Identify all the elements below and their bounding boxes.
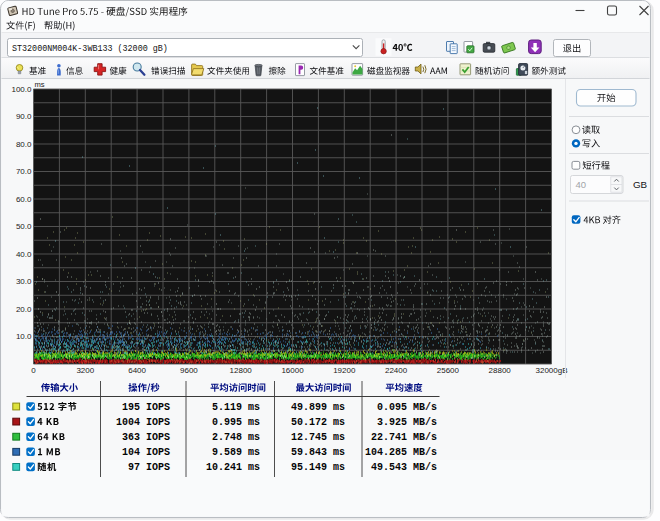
svg-text:1004 IOPS: 1004 IOPS — [116, 417, 170, 428]
svg-text:12800: 12800 — [230, 366, 253, 375]
svg-text:59.843 ms: 59.843 ms — [291, 447, 345, 458]
svg-text:3.925 MB/s: 3.925 MB/s — [377, 417, 437, 428]
svg-text:16000: 16000 — [281, 366, 304, 375]
svg-text:104 IOPS: 104 IOPS — [122, 447, 170, 458]
svg-text:22400: 22400 — [385, 366, 408, 375]
svg-text:50.172 ms: 50.172 ms — [291, 417, 345, 428]
svg-text:22.741 MB/s: 22.741 MB/s — [371, 432, 437, 443]
svg-text:ms: ms — [35, 80, 45, 89]
svg-text:90.0: 90.0 — [16, 112, 32, 121]
svg-text:0.995 ms: 0.995 ms — [212, 417, 260, 428]
svg-text:2.748 ms: 2.748 ms — [212, 432, 260, 443]
svg-text:25600: 25600 — [437, 366, 460, 375]
svg-text:10.241 ms: 10.241 ms — [206, 462, 260, 473]
svg-text:100.0: 100.0 — [11, 85, 32, 94]
svg-text:80.0: 80.0 — [16, 140, 32, 149]
svg-text:50.0: 50.0 — [16, 222, 32, 231]
svg-text:12.745 ms: 12.745 ms — [291, 432, 345, 443]
svg-text:195 IOPS: 195 IOPS — [122, 402, 170, 413]
svg-text:9600: 9600 — [180, 366, 198, 375]
svg-text:0: 0 — [31, 366, 36, 375]
svg-text:32000gB: 32000gB — [535, 366, 567, 375]
svg-text:10.0: 10.0 — [16, 332, 32, 341]
svg-text:6400: 6400 — [128, 366, 146, 375]
svg-text:30.0: 30.0 — [16, 277, 32, 286]
svg-text:40.0: 40.0 — [16, 250, 32, 259]
svg-text:97 IOPS: 97 IOPS — [128, 462, 170, 473]
svg-text:ST32000NM004K-3WB133 (32000 g: ST32000NM004K-3WB133 (32000 gB) — [12, 44, 168, 54]
svg-text:49.543 MB/s: 49.543 MB/s — [371, 462, 437, 473]
svg-text:20.0: 20.0 — [16, 305, 32, 314]
svg-text:19200: 19200 — [333, 366, 356, 375]
svg-text:363 IOPS: 363 IOPS — [122, 432, 170, 443]
svg-text:49.899 ms: 49.899 ms — [291, 402, 345, 413]
svg-text:GB: GB — [633, 179, 648, 190]
svg-text:40: 40 — [576, 179, 587, 190]
svg-text:70.0: 70.0 — [16, 167, 32, 176]
svg-text:28800: 28800 — [489, 366, 512, 375]
svg-text:95.149 ms: 95.149 ms — [291, 462, 345, 473]
svg-text:5.119 ms: 5.119 ms — [212, 402, 260, 413]
svg-text:60.0: 60.0 — [16, 195, 32, 204]
svg-text:9.589 ms: 9.589 ms — [212, 447, 260, 458]
svg-text:104.285 MB/s: 104.285 MB/s — [365, 447, 437, 458]
svg-text:0.095 MB/s: 0.095 MB/s — [377, 402, 437, 413]
svg-text:3200: 3200 — [76, 366, 94, 375]
